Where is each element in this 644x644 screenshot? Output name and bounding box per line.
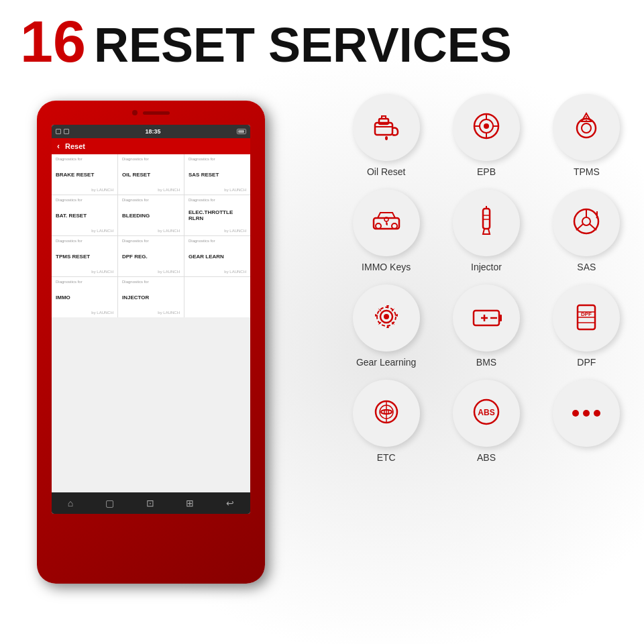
svg-rect-21 [483, 209, 490, 229]
epb-icon [468, 108, 504, 147]
service-injector: Injector [442, 189, 530, 272]
svg-rect-1 [379, 119, 388, 124]
sas-circle [553, 189, 620, 256]
image-nav-icon[interactable]: ⊞ [186, 498, 194, 508]
back-nav-icon[interactable]: ↩ [226, 498, 234, 508]
home-nav-icon[interactable]: ⌂ [68, 498, 73, 508]
cell-by-9: by LAUNCH [56, 311, 113, 315]
screen-cell-8[interactable]: Diagnostics for GEAR LEARN by LAUNCH [184, 236, 250, 276]
abs-label: ABS [477, 452, 496, 463]
sas-icon [568, 203, 604, 242]
device-bottom [37, 514, 265, 554]
screen-cell-0[interactable]: Diagnostics for BRAKE RESET by LAUNCH [52, 154, 117, 195]
dpf-label: DPF [577, 357, 596, 368]
screen-cell-1[interactable]: Diagnostics for OIL RESET by LAUNCH [118, 154, 184, 195]
epb-label: EPB [477, 166, 496, 177]
screen-title: Reset [65, 142, 85, 150]
device-top-bar [37, 101, 265, 125]
etc-circle [353, 380, 420, 447]
etc-icon [368, 394, 405, 433]
abs-icon: ABS [468, 394, 504, 433]
wifi-icon [56, 129, 61, 134]
oil-reset-icon [368, 108, 405, 147]
cell-by-10: by LAUNCH [122, 311, 180, 315]
cell-title-10: INJECTOR [122, 284, 180, 311]
service-oil-reset: Oil Reset [342, 94, 430, 177]
immo-label: IMMO Keys [362, 262, 411, 272]
svg-text:ABS: ABS [478, 408, 494, 417]
cell-title-0: BRAKE RESET [56, 161, 113, 188]
screen-cell-2[interactable]: Diagnostics for SAS RESET by LAUNCH [184, 154, 250, 195]
screen-cell-5[interactable]: Diagnostics for ELEC.THROTTLE RLRN by LA… [184, 195, 250, 235]
cell-by-6: by LAUNCH [56, 270, 113, 274]
gear-learning-label: Gear Learning [356, 357, 417, 368]
cell-title-9: IMMO [56, 284, 113, 311]
svg-point-31 [596, 217, 598, 219]
service-etc: ETC [342, 380, 430, 463]
more-circle[interactable] [553, 380, 620, 447]
service-abs: ABS ABS [442, 380, 530, 463]
svg-point-26 [582, 217, 590, 225]
tpms-label: TPMS [574, 166, 600, 177]
back-button[interactable]: ‹ [57, 142, 60, 151]
cell-by-3: by LAUNCH [56, 229, 113, 233]
screen-cell-4[interactable]: Diagnostics for BLEEDING by LAUNCH [118, 195, 184, 235]
cell-title-7: DPF REG. [122, 243, 180, 270]
gear-circle [353, 284, 420, 352]
statusbar-right [237, 129, 246, 134]
services-grid: Oil Reset EPB [342, 94, 631, 463]
svg-text:DPF: DPF [581, 311, 592, 317]
bms-label: BMS [476, 357, 496, 368]
service-bms: BMS [442, 284, 530, 368]
header-text: RESET SERVICES [94, 21, 512, 69]
service-more[interactable] [543, 380, 631, 463]
screen-cell-7[interactable]: Diagnostics for DPF REG. by LAUNCH [118, 236, 184, 276]
dot-2 [583, 410, 590, 417]
signal-icon [64, 129, 69, 134]
service-dpf: DPF DPF [543, 284, 631, 368]
status-bar: 18:35 [52, 125, 250, 138]
battery-fill [238, 130, 244, 133]
bms-icon [468, 299, 504, 337]
service-immo-keys: IMMO Keys [342, 189, 430, 272]
screen-grid: Diagnostics for BRAKE RESET by LAUNCH Di… [52, 154, 250, 317]
service-epb: EPB [442, 94, 530, 177]
cell-by-2: by LAUNCH [189, 188, 246, 192]
injector-circle [453, 189, 520, 256]
device-screen: 18:35 ‹ Reset Diagnostics for BRAKE RESE… [52, 125, 250, 514]
dot-3 [594, 410, 600, 417]
tpms-icon [568, 108, 604, 147]
dot-1 [572, 410, 579, 417]
screen-cell-9[interactable]: Diagnostics for IMMO by LAUNCH [52, 277, 117, 317]
cell-title-11 [189, 280, 246, 315]
cell-title-5: ELEC.THROTTLE RLRN [189, 202, 246, 229]
device-body: 18:35 ‹ Reset Diagnostics for BRAKE RESE… [37, 101, 265, 584]
cell-by-7: by LAUNCH [122, 270, 180, 274]
dpf-circle: DPF [553, 284, 620, 352]
screen-cell-11[interactable] [184, 277, 250, 317]
svg-line-28 [576, 224, 583, 230]
cell-by-4: by LAUNCH [122, 229, 180, 233]
tpms-circle [553, 94, 620, 161]
cell-title-6: TPMS RESET [56, 243, 113, 270]
sas-label: SAS [577, 262, 596, 272]
epb-circle [453, 94, 520, 161]
cell-by-0: by LAUNCH [56, 188, 113, 192]
device: 18:35 ‹ Reset Diagnostics for BRAKE RESE… [20, 101, 282, 610]
screen-cell-6[interactable]: Diagnostics for TPMS RESET by LAUNCH [52, 236, 117, 276]
dpf-icon: DPF [568, 299, 604, 337]
square-nav-icon[interactable]: ▢ [105, 498, 114, 508]
cell-title-8: GEAR LEARN [189, 243, 246, 270]
screen-bottom-nav: ⌂ ▢ ⊡ ⊞ ↩ [52, 492, 250, 514]
cell-title-2: SAS RESET [189, 161, 246, 188]
svg-point-2 [385, 136, 388, 140]
status-time: 18:35 [145, 128, 160, 135]
immo-icon [368, 203, 405, 242]
cell-by-5: by LAUNCH [189, 229, 246, 233]
oil-reset-circle [353, 94, 420, 161]
battery-icon [237, 129, 246, 134]
screen-cell-10[interactable]: Diagnostics for INJECTOR by LAUNCH [118, 277, 184, 317]
abs-circle: ABS [453, 380, 520, 447]
camera-nav-icon[interactable]: ⊡ [146, 498, 154, 508]
screen-cell-3[interactable]: Diagnostics for BAT. RESET by LAUNCH [52, 195, 117, 235]
